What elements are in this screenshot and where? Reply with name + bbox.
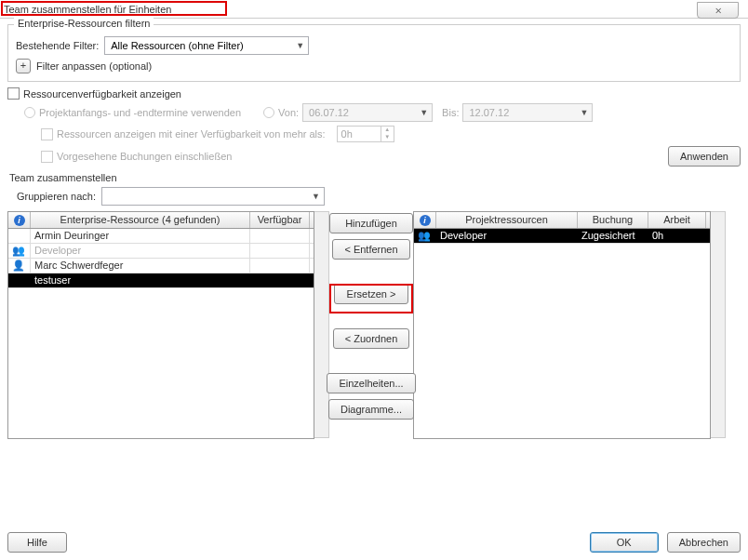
info-icon: i — [14, 215, 25, 226]
existing-filter-value: Alle Ressourcen (ohne Filter) — [111, 40, 243, 51]
generic-resource-icon: 👥 — [418, 230, 429, 241]
existing-filter-label: Bestehende Filter: — [16, 40, 99, 51]
generic-resource-icon: 👥 — [12, 245, 23, 256]
table-row[interactable]: 👥 Developer — [8, 244, 314, 259]
include-proposed-label: Vorgesehene Buchungen einschließen — [57, 151, 232, 162]
help-button[interactable]: Hilfe — [7, 532, 67, 553]
from-date-value: 06.07.12 — [309, 107, 349, 118]
close-button[interactable]: ⨉ — [697, 2, 739, 19]
col-booking[interactable]: Buchung — [578, 212, 648, 228]
expand-filter-button[interactable]: + — [16, 59, 31, 73]
info-icon: i — [420, 215, 431, 226]
use-custom-dates-radio — [263, 107, 274, 118]
customize-filter-label: Filter anpassen (optional) — [36, 60, 152, 72]
assign-button[interactable]: < Zuordnen — [333, 328, 410, 349]
team-title: Team zusammenstellen — [9, 172, 739, 183]
add-button[interactable]: Hinzufügen > — [329, 213, 413, 233]
col-enterprise-resource[interactable]: Enterprise-Ressource (4 gefunden) — [31, 212, 250, 228]
table-row[interactable]: 👤 Marc Schwerdfeger — [8, 259, 314, 273]
enterprise-resource-grid[interactable]: i Enterprise-Ressource (4 gefunden) Verf… — [7, 211, 314, 439]
chevron-down-icon: ▼ — [312, 192, 320, 201]
table-row[interactable]: 👥 Developer Zugesichert 0h — [414, 229, 710, 244]
filter-group-title: Enterprise-Ressourcen filtern — [14, 18, 154, 29]
scrollbar[interactable] — [314, 211, 329, 438]
to-label: Bis: — [442, 107, 459, 118]
scrollbar[interactable] — [711, 211, 726, 438]
project-resource-grid[interactable]: i Projektressourcen Buchung Arbeit 👥 Dev… — [413, 211, 711, 439]
replace-button[interactable]: Ersetzen > — [334, 284, 408, 304]
charts-button[interactable]: Diagramme... — [328, 399, 414, 420]
min-availability-value: 0h — [337, 126, 381, 142]
chevron-down-icon: ▼ — [581, 108, 589, 117]
col-available[interactable]: Verfügbar — [250, 212, 310, 228]
col-work[interactable]: Arbeit — [648, 212, 706, 228]
apply-button[interactable]: Anwenden — [668, 146, 741, 167]
existing-filter-combo[interactable]: Alle Ressourcen (ohne Filter) ▼ — [104, 36, 309, 55]
to-date-combo: 12.07.12 ▼ — [462, 103, 593, 122]
from-date-combo: 06.07.12 ▼ — [302, 103, 433, 122]
to-date-value: 12.07.12 — [469, 107, 509, 118]
min-availability-checkbox — [41, 128, 53, 140]
min-availability-label: Ressourcen anzeigen mit einer Verfügbark… — [57, 128, 326, 140]
use-project-dates-label: Projektanfangs- und -endtermine verwende… — [39, 107, 241, 118]
show-availability-label: Ressourcenverfügbarkeit anzeigen — [23, 88, 181, 100]
chevron-down-icon: ▼ — [420, 108, 428, 117]
min-availability-spin: 0h ▲▼ — [337, 126, 394, 142]
use-project-dates-radio — [24, 107, 35, 118]
include-proposed-checkbox — [41, 151, 53, 163]
table-row[interactable]: Armin Deuringer — [8, 229, 314, 244]
dialog-title: Team zusammenstellen für Einheiten — [4, 4, 171, 15]
remove-button[interactable]: < Entfernen — [332, 239, 409, 260]
group-by-combo[interactable]: ▼ — [101, 187, 325, 206]
group-by-label: Gruppieren nach: — [17, 191, 96, 202]
table-row[interactable]: testuser — [8, 273, 314, 288]
col-project-resource[interactable]: Projektressourcen — [436, 212, 578, 228]
cancel-button[interactable]: Abbrechen — [667, 532, 741, 553]
chevron-down-icon: ▼ — [296, 41, 304, 50]
person-icon: 👤 — [12, 260, 23, 271]
ok-button[interactable]: OK — [590, 532, 659, 553]
filter-groupbox: Enterprise-Ressourcen filtern Bestehende… — [7, 24, 741, 82]
from-label: Von: — [278, 107, 299, 118]
show-availability-checkbox[interactable] — [7, 87, 20, 100]
details-button[interactable]: Einzelheiten... — [327, 373, 415, 393]
